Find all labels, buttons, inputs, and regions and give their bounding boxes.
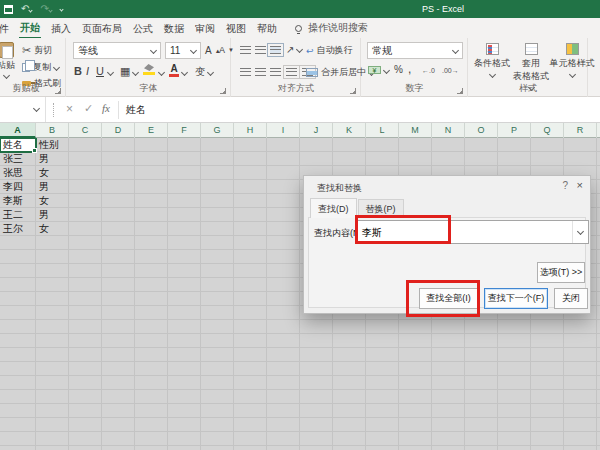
- cell-F16[interactable]: [168, 348, 201, 362]
- column-header-G[interactable]: G: [201, 123, 234, 138]
- cell-J2[interactable]: [300, 152, 333, 166]
- cell-K20[interactable]: [333, 404, 366, 418]
- cell-A1[interactable]: 姓名: [0, 138, 36, 152]
- cell-B9[interactable]: [36, 250, 69, 264]
- bold-button[interactable]: B: [74, 65, 82, 77]
- copy-button[interactable]: 复制: [22, 61, 59, 74]
- cell-R2[interactable]: [564, 152, 597, 166]
- cell-N18[interactable]: [432, 376, 465, 390]
- cell-D12[interactable]: [102, 292, 135, 306]
- cell-I7[interactable]: [267, 222, 300, 236]
- cell-G4[interactable]: [201, 180, 234, 194]
- cell-E4[interactable]: [135, 180, 168, 194]
- cell-Q22[interactable]: [531, 432, 564, 446]
- cell-G18[interactable]: [201, 376, 234, 390]
- cell-H22[interactable]: [234, 432, 267, 446]
- cell-K23[interactable]: [333, 446, 366, 450]
- cancel-icon[interactable]: ×: [66, 102, 73, 116]
- cell-A4[interactable]: 李四: [0, 180, 36, 194]
- cell-P1[interactable]: [498, 138, 531, 152]
- cell-C22[interactable]: [69, 432, 102, 446]
- cell-H23[interactable]: [234, 446, 267, 450]
- cell-P18[interactable]: [498, 376, 531, 390]
- cell-N15[interactable]: [432, 334, 465, 348]
- cell-L14[interactable]: [366, 320, 399, 334]
- qat-more-icon[interactable]: [59, 7, 63, 11]
- cell-M16[interactable]: [399, 348, 432, 362]
- cell-I6[interactable]: [267, 208, 300, 222]
- cell-A19[interactable]: [0, 390, 36, 404]
- cell-C11[interactable]: [69, 278, 102, 292]
- cell-R22[interactable]: [564, 432, 597, 446]
- cell-G17[interactable]: [201, 362, 234, 376]
- cell-E5[interactable]: [135, 194, 168, 208]
- column-header-L[interactable]: L: [366, 123, 399, 138]
- cell-P20[interactable]: [498, 404, 531, 418]
- column-header-J[interactable]: J: [300, 123, 333, 138]
- cell-H19[interactable]: [234, 390, 267, 404]
- cell-J22[interactable]: [300, 432, 333, 446]
- cell-F17[interactable]: [168, 362, 201, 376]
- cell-E7[interactable]: [135, 222, 168, 236]
- cell-L21[interactable]: [366, 418, 399, 432]
- cell-H8[interactable]: [234, 236, 267, 250]
- cell-I4[interactable]: [267, 180, 300, 194]
- cell-K16[interactable]: [333, 348, 366, 362]
- cell-C3[interactable]: [69, 166, 102, 180]
- cell-P15[interactable]: [498, 334, 531, 348]
- cell-H7[interactable]: [234, 222, 267, 236]
- cell-J15[interactable]: [300, 334, 333, 348]
- cell-P17[interactable]: [498, 362, 531, 376]
- cell-A16[interactable]: [0, 348, 36, 362]
- cell-A2[interactable]: 张三: [0, 152, 36, 166]
- cell-E6[interactable]: [135, 208, 168, 222]
- cell-C7[interactable]: [69, 222, 102, 236]
- cell-A8[interactable]: [0, 236, 36, 250]
- cell-D1[interactable]: [102, 138, 135, 152]
- cell-D19[interactable]: [102, 390, 135, 404]
- cell-C23[interactable]: [69, 446, 102, 450]
- cell-L19[interactable]: [366, 390, 399, 404]
- cell-E23[interactable]: [135, 446, 168, 450]
- cell-E13[interactable]: [135, 306, 168, 320]
- cell-Q18[interactable]: [531, 376, 564, 390]
- cell-C6[interactable]: [69, 208, 102, 222]
- cell-G14[interactable]: [201, 320, 234, 334]
- cell-E9[interactable]: [135, 250, 168, 264]
- cell-H12[interactable]: [234, 292, 267, 306]
- cell-N23[interactable]: [432, 446, 465, 450]
- cell-H16[interactable]: [234, 348, 267, 362]
- cell-A21[interactable]: [0, 418, 36, 432]
- cell-B10[interactable]: [36, 264, 69, 278]
- cell-M22[interactable]: [399, 432, 432, 446]
- options-button[interactable]: 选项(T) >>: [537, 262, 585, 283]
- cell-R1[interactable]: [564, 138, 597, 152]
- cell-F20[interactable]: [168, 404, 201, 418]
- cell-D21[interactable]: [102, 418, 135, 432]
- cell-P16[interactable]: [498, 348, 531, 362]
- cell-G21[interactable]: [201, 418, 234, 432]
- cell-F8[interactable]: [168, 236, 201, 250]
- cell-B1[interactable]: 性别: [36, 138, 69, 152]
- dialog-title[interactable]: 查找和替换: [317, 182, 362, 195]
- cell-L2[interactable]: [366, 152, 399, 166]
- cell-P19[interactable]: [498, 390, 531, 404]
- cell-E12[interactable]: [135, 292, 168, 306]
- italic-button[interactable]: I: [86, 65, 89, 77]
- cell-I23[interactable]: [267, 446, 300, 450]
- cell-C21[interactable]: [69, 418, 102, 432]
- cell-D15[interactable]: [102, 334, 135, 348]
- column-header-R[interactable]: R: [564, 123, 597, 138]
- cell-N1[interactable]: [432, 138, 465, 152]
- cell-D13[interactable]: [102, 306, 135, 320]
- ribbon-tab-审阅[interactable]: 审阅: [194, 19, 216, 38]
- cell-J1[interactable]: [300, 138, 333, 152]
- cell-H4[interactable]: [234, 180, 267, 194]
- ribbon-tab-开始[interactable]: 开始: [19, 18, 41, 39]
- cell-R20[interactable]: [564, 404, 597, 418]
- cell-A20[interactable]: [0, 404, 36, 418]
- cell-B13[interactable]: [36, 306, 69, 320]
- cell-F1[interactable]: [168, 138, 201, 152]
- cell-H1[interactable]: [234, 138, 267, 152]
- cell-R16[interactable]: [564, 348, 597, 362]
